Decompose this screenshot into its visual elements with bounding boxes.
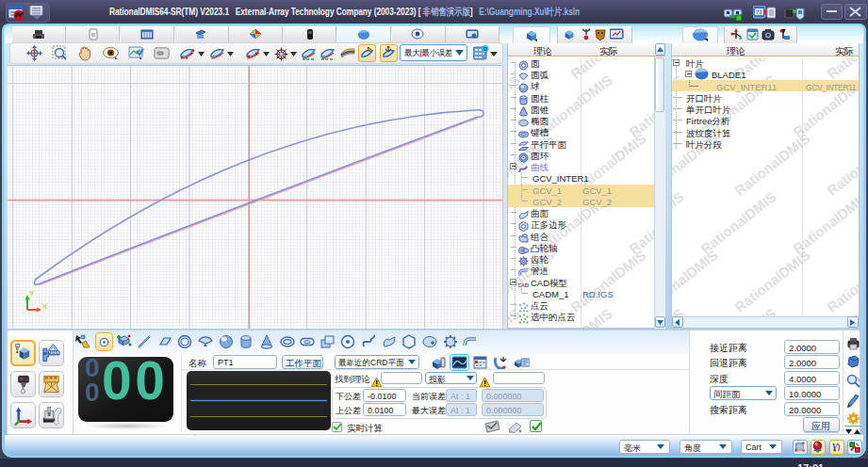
- svg-text:D: D: [483, 46, 487, 52]
- svg-text:Y: Y: [29, 289, 35, 298]
- svg-text:X: X: [42, 302, 48, 311]
- svg-text:CAD: CAD: [518, 282, 529, 288]
- svg-text:73: 73: [756, 9, 762, 15]
